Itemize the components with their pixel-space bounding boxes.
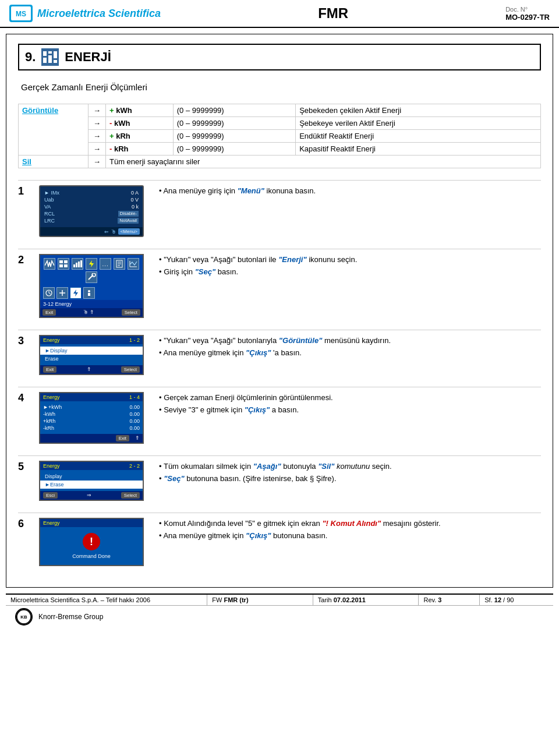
goruntule-range-1: (0 – 9999999) bbox=[173, 104, 295, 117]
icon-clock bbox=[43, 287, 55, 299]
step-6-body: ! Command Done bbox=[40, 527, 143, 565]
step-6-screen: Energy ! Command Done bbox=[39, 518, 144, 566]
step-3-footer: Exit ⇑ Select bbox=[40, 365, 143, 374]
goruntule-range-3: (0 – 9999999) bbox=[173, 130, 295, 143]
step2-select-btn[interactable]: Select bbox=[122, 309, 140, 316]
function-table: Görüntüle → + kWh (0 – 9999999) Şebekede… bbox=[18, 104, 541, 168]
svg-rect-4 bbox=[43, 58, 47, 63]
doc-number: MO-0297-TR bbox=[505, 13, 550, 22]
step-1-screen: ► IMx0 A Uab0 V VA0 k RCLDisable- LRCNot… bbox=[39, 185, 144, 237]
goruntule-sign-4: - kRh bbox=[106, 143, 174, 156]
step-3-screen: Energy 1 - 2 ►Display Erase Exit ⇑ Selec… bbox=[39, 335, 144, 375]
step-4-footer: Exit ⇑ bbox=[40, 434, 143, 443]
step-2: 2 bbox=[18, 254, 541, 318]
footer-company: Microelettrica Scientifica S.p.A. – Teli… bbox=[6, 595, 207, 605]
footer-date: Tarih 07.02.2011 bbox=[313, 595, 419, 605]
footer-rev: Rev. 3 bbox=[419, 595, 480, 605]
step-3-number: 3 bbox=[18, 335, 30, 347]
screen-btn-row: Exit 🖱 ⇑ Select bbox=[40, 308, 143, 317]
logo-area: MS Microelettrica Scientifica bbox=[9, 5, 161, 22]
svg-marker-17 bbox=[89, 260, 94, 267]
footer-sf: Sf. 12 / 90 bbox=[480, 595, 553, 605]
menu-row-va: VA0 k bbox=[43, 203, 140, 210]
step-5-text: Tüm okumaları silmek için "Aşağı" butonu… bbox=[153, 461, 541, 485]
sil-label: Sil bbox=[19, 156, 89, 168]
doc-title: FMR bbox=[318, 5, 348, 22]
step-1-text: Ana menüye giriş için "Menü" ikonuna bas… bbox=[153, 185, 541, 197]
step-6: 6 Energy ! Command Done Komut Alındığınd… bbox=[18, 518, 541, 566]
sil-row: Sil → Tüm enerji sayaçlarını siler bbox=[19, 156, 541, 168]
arrow-2: → bbox=[89, 117, 106, 130]
svg-rect-9 bbox=[59, 260, 63, 263]
page-header: MS Microelettrica Scientifica FMR Doc. N… bbox=[0, 0, 559, 28]
section-icon bbox=[41, 48, 59, 66]
step-2-number: 2 bbox=[18, 254, 30, 266]
goruntule-sign-1: + kWh bbox=[106, 104, 174, 117]
icon-energy-active bbox=[70, 287, 82, 299]
step-6-text: Komut Alındığında level "5" e gitmek içi… bbox=[153, 518, 541, 542]
step3-select-btn[interactable]: Select bbox=[121, 366, 140, 373]
goruntule-desc-2: Şebekeye verilen Aktif Enerji bbox=[296, 117, 541, 130]
step-2-text: "Yukarı" veya "Aşağı" butonlari ile "Ene… bbox=[153, 254, 541, 278]
icon-document bbox=[114, 258, 125, 270]
step-6-header: Energy bbox=[40, 519, 143, 527]
step-3: 3 Energy 1 - 2 ►Display Erase Exit ⇑ Sel… bbox=[18, 335, 541, 375]
doc-label: Doc. N° bbox=[505, 6, 550, 13]
goruntule-desc-1: Şebekeden çekilen Aktif Enerji bbox=[296, 104, 541, 117]
svg-rect-11 bbox=[59, 264, 63, 267]
step-4-text: Gerçek zaman Enerji ölçümlerinin görüntü… bbox=[153, 392, 541, 416]
menu-row-lrc: LRCNotAvail bbox=[43, 217, 140, 224]
step-6-bullet-2: Ana menüye gitmek için "Çıkış" butonuna … bbox=[159, 530, 541, 542]
step4-krh-neg: -kRh0.00 bbox=[40, 425, 143, 432]
step3-exit-btn[interactable]: Exit bbox=[43, 366, 56, 373]
menu-footer: ⇐ 🖱 <Menu> bbox=[40, 227, 143, 236]
step-4-screen: Energy 1 - 4 ►+kWh0.00 -kWh0.00 +kRh0.00… bbox=[39, 392, 144, 444]
footer-fw: FW FMR (tr) bbox=[207, 595, 313, 605]
svg-rect-6 bbox=[48, 55, 52, 63]
svg-point-32 bbox=[88, 290, 90, 292]
svg-rect-16 bbox=[80, 260, 82, 267]
step-2-screen: ... bbox=[39, 254, 144, 318]
svg-rect-5 bbox=[48, 51, 52, 54]
icon-chart bbox=[128, 258, 139, 270]
step5-select-btn[interactable]: Select bbox=[121, 492, 140, 499]
icons-row: ... bbox=[40, 255, 143, 286]
step-5: 5 Energy 2 - 2 Display ►Erase Esci ⇒ Sel… bbox=[18, 461, 541, 501]
icon-grid bbox=[58, 258, 69, 270]
step-1: 1 ► IMx0 A Uab0 V VA0 k RCLDisable- LRCN… bbox=[18, 185, 541, 237]
step-4: 4 Energy 1 - 4 ►+kWh0.00 -kWh0.00 +kRh0.… bbox=[18, 392, 541, 444]
step4-exit-btn[interactable]: Exit bbox=[116, 435, 129, 441]
menu-btn[interactable]: <Menu> bbox=[118, 228, 140, 235]
icon-waveform bbox=[44, 258, 55, 270]
svg-text:MS: MS bbox=[16, 10, 26, 18]
footer-logo-row: KB Knorr-Bremse Group bbox=[6, 605, 553, 628]
step-5-bullet-1: Tüm okumaları silmek için "Aşağı" butonu… bbox=[159, 461, 541, 473]
arrow-4: → bbox=[89, 143, 106, 156]
step-5-bullet-2: "Seç" butonuna basın. (Şifre istenirse, … bbox=[159, 473, 541, 485]
step-6-number: 6 bbox=[18, 518, 30, 530]
icon-bars bbox=[72, 258, 83, 270]
step-2-bullet-2: Giriş için "Seç" basın. bbox=[159, 266, 541, 278]
goruntule-row: Görüntüle → + kWh (0 – 9999999) Şebekede… bbox=[19, 104, 541, 117]
step-3-bullet-1: "Yukarı" veya "Aşağı" butonlarıyla "Görü… bbox=[159, 335, 541, 347]
step2-exit-btn[interactable]: Exit bbox=[43, 309, 56, 316]
step-4-bullet-2: Seviye "3" e gitmek için "Çıkış" a basın… bbox=[159, 404, 541, 416]
step-6-bullet-1: Komut Alındığında level "5" e gitmek içi… bbox=[159, 518, 541, 530]
svg-rect-33 bbox=[88, 293, 90, 296]
icon-plus bbox=[56, 287, 68, 299]
step4-kwh-neg: -kWh0.00 bbox=[40, 411, 143, 418]
section-number: 9. bbox=[25, 50, 36, 65]
step-3-item-erase: Erase bbox=[40, 355, 143, 363]
goruntule-range-2: (0 – 9999999) bbox=[173, 117, 295, 130]
svg-rect-8 bbox=[54, 60, 57, 63]
step-5-screen: Energy 2 - 2 Display ►Erase Esci ⇒ Selec… bbox=[39, 461, 144, 501]
subtitle: Gerçek Zamanlı Enerji Ölçümleri bbox=[21, 82, 541, 92]
step4-kwh-pos: ►+kWh0.00 bbox=[40, 404, 143, 411]
svg-rect-3 bbox=[43, 51, 47, 56]
svg-rect-14 bbox=[76, 263, 77, 267]
step5-esci-btn[interactable]: Esci bbox=[43, 492, 58, 499]
svg-rect-15 bbox=[78, 262, 80, 267]
icon-wrench bbox=[86, 271, 97, 283]
goruntule-row-3: → + kRh (0 – 9999999) Endüktif Reaktif E… bbox=[19, 130, 541, 143]
goruntule-row-2: → - kWh (0 – 9999999) Şebekeye verilen A… bbox=[19, 117, 541, 130]
